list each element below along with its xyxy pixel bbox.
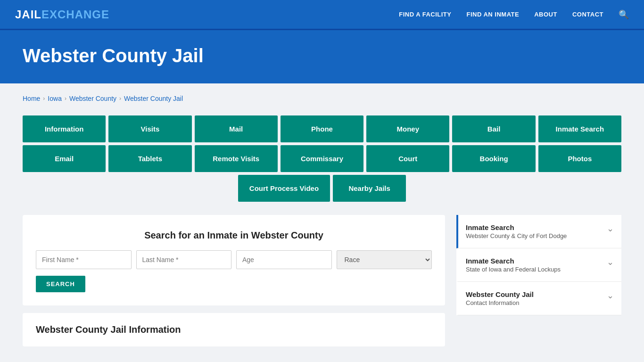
- breadcrumb-webster-county[interactable]: Webster County: [69, 95, 116, 102]
- search-fields: Race White Black Hispanic Asian Other: [36, 250, 432, 269]
- sidebar-title-1: Inmate Search: [466, 223, 567, 231]
- breadcrumb-sep-3: ›: [119, 95, 121, 102]
- button-grid-row2: Email Tablets Remote Visits Commissary C…: [23, 145, 621, 172]
- btn-inmate-search[interactable]: Inmate Search: [538, 115, 621, 142]
- search-button[interactable]: SEARCH: [36, 276, 85, 292]
- breadcrumb-sep-2: ›: [65, 95, 66, 102]
- btn-remote-visits[interactable]: Remote Visits: [195, 145, 278, 172]
- header: JAILEXCHANGE FIND A FACILITY FIND AN INM…: [0, 0, 644, 30]
- nav-find-facility[interactable]: FIND A FACILITY: [399, 11, 451, 18]
- sidebar-item-text-2: Inmate Search State of Iowa and Federal …: [466, 257, 561, 273]
- main-nav: FIND A FACILITY FIND AN INMATE ABOUT CON…: [399, 9, 629, 20]
- btn-money[interactable]: Money: [366, 115, 449, 142]
- sidebar-item-inmate-search-state[interactable]: Inmate Search State of Iowa and Federal …: [456, 248, 621, 282]
- button-grid-row1: Information Visits Mail Phone Money Bail…: [23, 115, 621, 142]
- btn-court[interactable]: Court: [366, 145, 449, 172]
- sidebar-item-contact-info[interactable]: Webster County Jail Contact Information …: [456, 282, 621, 315]
- info-title: Webster County Jail Information: [36, 324, 432, 335]
- breadcrumb-iowa[interactable]: Iowa: [48, 95, 62, 102]
- sidebar-subtitle-3: Contact Information: [466, 299, 534, 306]
- breadcrumb-home[interactable]: Home: [23, 95, 40, 102]
- breadcrumb: Home › Iowa › Webster County › Webster C…: [23, 95, 621, 102]
- chevron-icon-2: ⌄: [607, 257, 614, 267]
- lower-section: Search for an Inmate in Webster County R…: [23, 215, 621, 346]
- sidebar: Inmate Search Webster County & City of F…: [456, 215, 621, 346]
- chevron-icon-3: ⌄: [607, 290, 614, 301]
- age-input[interactable]: [236, 250, 332, 269]
- page-title: Webster County Jail: [23, 45, 621, 66]
- search-panel: Search for an Inmate in Webster County R…: [23, 215, 445, 305]
- btn-bail[interactable]: Bail: [452, 115, 535, 142]
- sidebar-item-text-3: Webster County Jail Contact Information: [466, 290, 534, 306]
- logo-jail: JAIL: [15, 8, 41, 21]
- btn-commissary[interactable]: Commissary: [281, 145, 363, 172]
- nav-contact[interactable]: CONTACT: [572, 11, 603, 18]
- sidebar-subtitle-2: State of Iowa and Federal Lockups: [466, 266, 561, 273]
- hero-banner: Webster County Jail: [0, 30, 644, 83]
- nav-about[interactable]: ABOUT: [534, 11, 557, 18]
- sidebar-title-3: Webster County Jail: [466, 290, 534, 298]
- btn-court-process-video[interactable]: Court Process Video: [238, 175, 330, 202]
- main-content: Home › Iowa › Webster County › Webster C…: [0, 83, 644, 358]
- first-name-input[interactable]: [36, 250, 132, 269]
- btn-email[interactable]: Email: [23, 145, 106, 172]
- site-logo[interactable]: JAILEXCHANGE: [15, 8, 109, 21]
- search-title: Search for an Inmate in Webster County: [36, 230, 432, 241]
- left-column: Search for an Inmate in Webster County R…: [23, 215, 445, 346]
- breadcrumb-sep-1: ›: [43, 95, 45, 102]
- button-grid-row3: Court Process Video Nearby Jails: [23, 175, 621, 202]
- btn-phone[interactable]: Phone: [281, 115, 363, 142]
- sidebar-title-2: Inmate Search: [466, 257, 561, 265]
- race-select[interactable]: Race White Black Hispanic Asian Other: [337, 250, 432, 269]
- chevron-icon-1: ⌄: [607, 223, 614, 234]
- btn-nearby-jails[interactable]: Nearby Jails: [333, 175, 406, 202]
- btn-booking[interactable]: Booking: [452, 145, 535, 172]
- btn-tablets[interactable]: Tablets: [108, 145, 191, 172]
- breadcrumb-current: Webster County Jail: [124, 95, 183, 102]
- sidebar-item-text-1: Inmate Search Webster County & City of F…: [466, 223, 567, 239]
- btn-visits[interactable]: Visits: [108, 115, 191, 142]
- btn-mail[interactable]: Mail: [195, 115, 278, 142]
- btn-photos[interactable]: Photos: [538, 145, 621, 172]
- sidebar-item-inmate-search-county[interactable]: Inmate Search Webster County & City of F…: [456, 215, 621, 248]
- nav-find-inmate[interactable]: FIND AN INMATE: [466, 11, 519, 18]
- last-name-input[interactable]: [136, 250, 232, 269]
- search-icon-button[interactable]: 🔍: [619, 9, 629, 20]
- btn-information[interactable]: Information: [23, 115, 106, 142]
- sidebar-subtitle-1: Webster County & City of Fort Dodge: [466, 232, 567, 239]
- info-section: Webster County Jail Information: [23, 313, 445, 346]
- logo-exchange: EXCHANGE: [41, 8, 109, 21]
